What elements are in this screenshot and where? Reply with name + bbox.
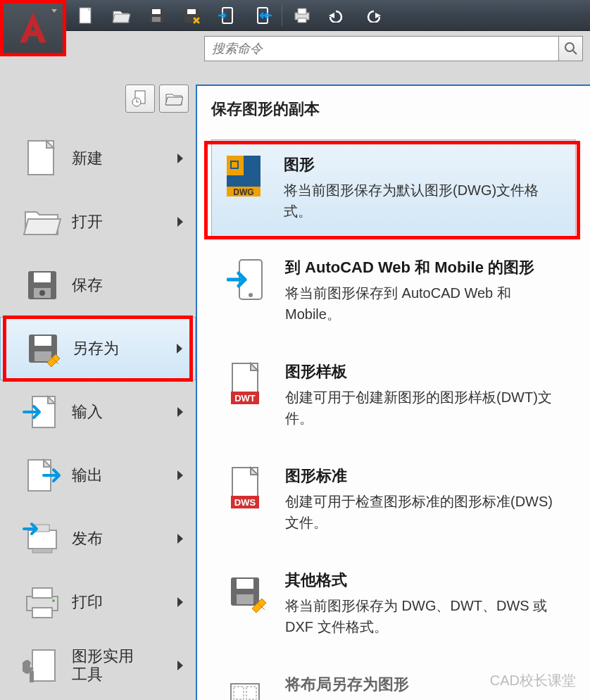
dwg-file-icon: DWG <box>222 154 268 201</box>
svg-text:DWS: DWS <box>234 497 256 508</box>
menu-export[interactable]: 输出 <box>0 444 196 507</box>
submenu-arrow-icon <box>177 154 183 163</box>
svg-rect-11 <box>298 18 306 23</box>
svg-rect-3 <box>152 9 161 14</box>
quick-access-toolbar <box>0 0 590 31</box>
svg-rect-58 <box>231 684 259 700</box>
utilities-icon <box>20 643 65 688</box>
menu-label: 新建 <box>72 149 103 168</box>
submenu-arrow-icon <box>177 597 183 607</box>
menu-label: 输入 <box>72 403 103 421</box>
qat-web-open-icon[interactable] <box>211 3 242 28</box>
submenu-arrow-icon <box>177 407 183 417</box>
sub-title: 到 AutoCAD Web 和 Mobile 的图形 <box>285 257 564 278</box>
svg-rect-6 <box>187 9 196 14</box>
qat-redo-icon[interactable] <box>357 3 388 28</box>
submenu-arrow-icon <box>177 661 183 670</box>
search-button[interactable] <box>559 36 583 61</box>
svg-rect-10 <box>298 8 306 14</box>
web-mobile-icon <box>223 257 270 304</box>
menu-save[interactable]: 保存 <box>0 254 196 317</box>
menu-new[interactable]: 新建 <box>0 127 196 190</box>
svg-rect-26 <box>34 351 51 361</box>
submenu-arrow-icon <box>177 344 182 354</box>
submenu-arrow-icon <box>177 217 183 227</box>
menu-print[interactable]: 打印 <box>0 570 196 634</box>
svg-rect-39 <box>30 671 34 682</box>
chevron-down-icon <box>51 9 57 13</box>
saveas-dwt[interactable]: DWT 图形样板 创建可用于创建新图形的图形样板(DWT)文件。 <box>211 345 576 445</box>
submenu-arrow-icon <box>177 470 183 480</box>
menu-label: 打开 <box>72 213 103 231</box>
menu-saveas[interactable]: 另存为 <box>0 317 196 380</box>
saveas-disk-icon <box>20 326 65 371</box>
save-disk-icon <box>20 263 65 308</box>
sub-desc: 将当前图形保存到 AutoCAD Web 和 Mobile。 <box>285 282 564 325</box>
new-file-icon <box>20 136 65 181</box>
menu-open[interactable]: 打开 <box>0 190 196 254</box>
svg-rect-41 <box>227 156 244 175</box>
search-row: 搜索命令 <box>0 31 590 66</box>
separator <box>282 5 282 26</box>
svg-rect-25 <box>34 336 51 346</box>
saveas-dws[interactable]: DWS 图形标准 创建可用于检查图形标准的图形标准(DWS)文件。 <box>211 449 576 549</box>
dws-file-icon: DWS <box>223 465 270 512</box>
application-menu-button[interactable] <box>0 0 66 56</box>
menu-label: 图形实用 工具 <box>72 647 134 685</box>
search-input[interactable]: 搜索命令 <box>204 36 559 61</box>
dwt-file-icon: DWT <box>223 361 270 408</box>
sub-title: 图形标准 <box>285 465 564 487</box>
sub-title: 图形样板 <box>285 361 564 382</box>
sub-title: 其他格式 <box>285 570 564 591</box>
svg-rect-36 <box>32 608 52 618</box>
menu-publish[interactable]: 发布 <box>0 507 196 570</box>
other-format-icon <box>223 570 270 616</box>
menu-label: 另存为 <box>73 339 119 358</box>
import-icon <box>20 389 65 435</box>
qat-plot-icon[interactable] <box>287 3 318 28</box>
saveas-submenu-panel: 保存图形的副本 DWG 图形 将当前图形保存为默认图形(DWG)文件格式。 <box>196 85 590 700</box>
svg-rect-4 <box>152 17 161 22</box>
sub-desc: 创建可用于检查图形标准的图形标准(DWS)文件。 <box>285 491 564 533</box>
menu-import[interactable]: 输入 <box>0 380 196 444</box>
svg-rect-32 <box>32 549 52 553</box>
svg-text:DWT: DWT <box>234 393 256 404</box>
menu-label: 打印 <box>72 593 103 611</box>
open-folder-icon <box>20 199 65 244</box>
application-menu: 新建 打开 保存 另存为 输入 <box>0 85 590 700</box>
saveas-dwg[interactable]: DWG 图形 将当前图形保存为默认图形(DWG)文件格式。 <box>211 139 576 237</box>
qat-open-icon[interactable] <box>106 3 137 28</box>
svg-point-23 <box>39 290 45 296</box>
print-icon <box>20 580 65 625</box>
sub-desc: 将当前图形保存为默认图形(DWG)文件格式。 <box>284 180 565 222</box>
saveas-other-formats[interactable]: 其他格式 将当前图形保存为 DWG、DWT、DWS 或 DXF 文件格式。 <box>211 554 576 654</box>
svg-line-15 <box>573 51 577 54</box>
saveas-web-mobile[interactable]: 到 AutoCAD Web 和 Mobile 的图形 将当前图形保存到 Auto… <box>211 241 576 341</box>
qat-undo-icon[interactable] <box>322 3 353 28</box>
menu-drawing-utilities[interactable]: 图形实用 工具 <box>0 634 196 697</box>
sub-title: 图形 <box>284 154 565 175</box>
search-placeholder: 搜索命令 <box>212 40 263 57</box>
menu-label: 保存 <box>72 276 103 294</box>
svg-rect-57 <box>237 594 253 604</box>
svg-point-46 <box>249 293 253 297</box>
menu-label: 输出 <box>72 466 103 485</box>
svg-rect-38 <box>32 650 55 681</box>
qat-new-icon[interactable] <box>70 3 101 28</box>
panel-title: 保存图形的副本 <box>211 99 576 120</box>
export-icon <box>20 453 65 498</box>
menu-label: 发布 <box>72 530 103 548</box>
watermark-text: CAD校长课堂 <box>490 671 576 690</box>
sub-desc: 将当前图形保存为 DWG、DWT、DWS 或 DXF 文件格式。 <box>285 595 564 637</box>
sub-desc: 创建可用于创建新图形的图形样板(DWT)文件。 <box>285 387 564 429</box>
svg-rect-35 <box>32 588 52 598</box>
layout-save-icon <box>223 674 270 700</box>
svg-rect-21 <box>34 273 51 282</box>
search-icon <box>564 42 578 56</box>
qat-saveas-icon[interactable] <box>176 3 207 28</box>
qat-web-save-icon[interactable] <box>246 3 277 28</box>
svg-point-14 <box>565 43 574 51</box>
publish-icon <box>20 516 65 561</box>
qat-save-icon[interactable] <box>141 3 172 28</box>
submenu-arrow-icon <box>177 534 183 544</box>
